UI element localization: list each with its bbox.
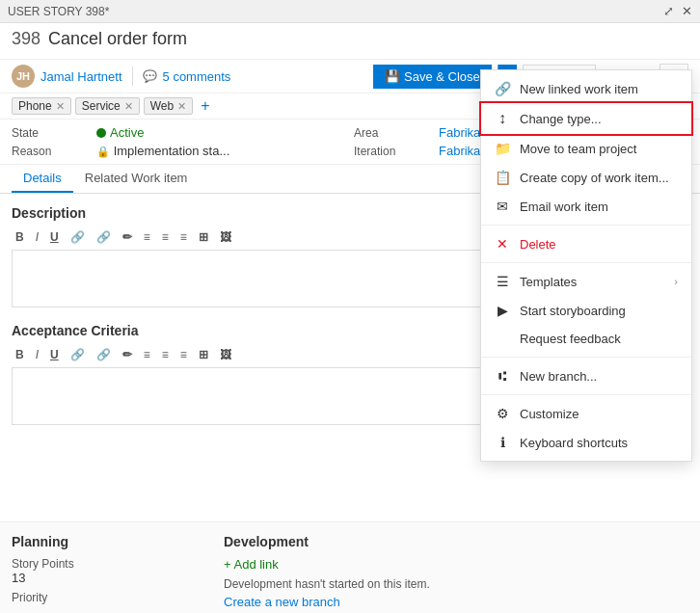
change-type-icon: ↕: [495, 110, 510, 127]
dropdown-menu: 🔗 New linked work item ↕ Change type... …: [480, 69, 692, 462]
priority-label: Priority: [12, 591, 204, 604]
development-description: Development hasn't started on this item.: [224, 577, 688, 591]
tag-phone: Phone ✕: [12, 97, 71, 115]
comment-icon: 💬: [143, 69, 157, 83]
table-button-desc[interactable]: ⊞: [195, 228, 212, 246]
active-dot: [96, 128, 106, 138]
separator: [132, 67, 133, 86]
menu-item-move-to-team[interactable]: 📁 Move to team project: [481, 134, 691, 163]
new-linked-icon: 🔗: [495, 81, 510, 96]
create-copy-icon: 📋: [495, 170, 510, 185]
menu-divider-4: [481, 394, 691, 395]
lock-icon: 🔒: [96, 146, 110, 157]
menu-item-request-feedback[interactable]: Request feedback: [481, 325, 691, 353]
menu-item-create-copy[interactable]: 📋 Create copy of work item...: [481, 163, 691, 192]
development-column: Development + Add link Development hasn'…: [224, 534, 688, 610]
planning-column: Planning Story Points 13 Priority: [12, 534, 204, 610]
tag-phone-close[interactable]: ✕: [56, 100, 65, 113]
menu-item-customize[interactable]: ⚙ Customize: [481, 399, 691, 428]
customize-icon: ⚙: [495, 406, 510, 421]
tag-service-close[interactable]: ✕: [124, 100, 133, 113]
menu-divider-2: [481, 262, 691, 263]
user-name[interactable]: Jamal Hartnett: [40, 69, 122, 84]
list1-button-ac[interactable]: ≡: [140, 346, 154, 363]
tag-web-close[interactable]: ✕: [177, 100, 186, 113]
title-bar: USER STORY 398* ⤢ ✕: [0, 0, 700, 23]
table-button-ac[interactable]: ⊞: [195, 346, 212, 363]
add-link-button[interactable]: + Add link: [224, 557, 279, 572]
work-item-title: Cancel order form: [48, 29, 187, 49]
menu-item-templates[interactable]: ☰ Templates ›: [481, 267, 691, 296]
comment-count[interactable]: 5 comments: [163, 69, 231, 84]
tab-details[interactable]: Details: [12, 165, 73, 193]
avatar: JH: [12, 65, 35, 88]
list2-button-ac[interactable]: ≡: [158, 346, 173, 363]
area-label: Area: [354, 126, 431, 140]
underline-button-desc[interactable]: U: [46, 228, 63, 246]
tab-related-work-item[interactable]: Related Work item: [73, 165, 200, 193]
menu-item-keyboard-shortcuts[interactable]: ℹ Keyboard shortcuts: [481, 428, 691, 457]
image-button-desc[interactable]: 🖼: [216, 228, 235, 246]
list3-button-ac[interactable]: ≡: [176, 346, 191, 363]
move-to-team-icon: 📁: [495, 141, 510, 156]
state-label: State: [12, 126, 89, 140]
list1-button-desc[interactable]: ≡: [140, 228, 154, 246]
menu-item-delete[interactable]: ✕ Delete: [481, 229, 691, 258]
delete-icon: ✕: [495, 236, 510, 252]
edit-button-ac[interactable]: ✏: [119, 346, 136, 363]
italic-button-ac[interactable]: I: [32, 346, 42, 363]
bottom-section: Planning Story Points 13 Priority Develo…: [0, 521, 700, 613]
menu-item-change-type[interactable]: ↕ Change type...: [481, 103, 691, 134]
new-branch-icon: ⑆: [495, 368, 510, 384]
menu-item-new-branch[interactable]: ⑆ New branch...: [481, 361, 691, 390]
image-button-ac[interactable]: 🖼: [216, 346, 235, 363]
save-close-button[interactable]: 💾 Save & Close: [373, 65, 492, 89]
reason-label: Reason: [12, 145, 89, 158]
bold-button-ac[interactable]: B: [12, 346, 28, 363]
menu-divider-3: [481, 357, 691, 358]
menu-divider-1: [481, 225, 691, 226]
work-item-id: 398: [12, 29, 40, 49]
close-icon[interactable]: ✕: [682, 4, 692, 18]
development-title: Development: [224, 534, 688, 549]
title-bar-label: USER STORY 398*: [8, 5, 109, 18]
link-button-desc[interactable]: 🔗: [67, 228, 89, 246]
state-value[interactable]: Active: [96, 125, 346, 140]
work-item-header: 398 Cancel order form: [0, 23, 700, 60]
italic-button-desc[interactable]: I: [32, 228, 42, 246]
create-branch-link[interactable]: Create a new branch: [224, 595, 340, 609]
menu-item-new-linked[interactable]: 🔗 New linked work item: [481, 74, 691, 103]
bold-button-desc[interactable]: B: [12, 228, 28, 246]
iteration-label: Iteration: [354, 145, 431, 158]
planning-title: Planning: [12, 534, 204, 549]
tag-service: Service ✕: [75, 97, 140, 115]
menu-item-storyboard[interactable]: ▶ Start storyboarding: [481, 296, 691, 325]
list2-button-desc[interactable]: ≡: [158, 228, 173, 246]
link2-button-desc[interactable]: 🔗: [93, 228, 115, 246]
email-icon: ✉: [495, 199, 510, 214]
tag-web: Web ✕: [144, 97, 193, 115]
save-icon: 💾: [385, 69, 400, 84]
templates-icon: ☰: [495, 274, 510, 289]
link2-button-ac[interactable]: 🔗: [93, 346, 115, 363]
templates-chevron: ›: [674, 276, 678, 287]
storyboard-icon: ▶: [495, 303, 510, 318]
reason-value[interactable]: 🔒 Implementation sta...: [96, 144, 346, 158]
add-tag-button[interactable]: +: [197, 97, 213, 115]
story-points-label: Story Points: [12, 557, 204, 571]
menu-item-email[interactable]: ✉ Email work item: [481, 192, 691, 221]
edit-button-desc[interactable]: ✏: [119, 228, 136, 246]
list3-button-desc[interactable]: ≡: [176, 228, 191, 246]
expand-icon[interactable]: ⤢: [663, 4, 674, 18]
keyboard-shortcuts-icon: ℹ: [495, 435, 510, 450]
story-points-value[interactable]: 13: [12, 571, 204, 585]
underline-button-ac[interactable]: U: [46, 346, 63, 363]
link-button-ac[interactable]: 🔗: [67, 346, 89, 363]
